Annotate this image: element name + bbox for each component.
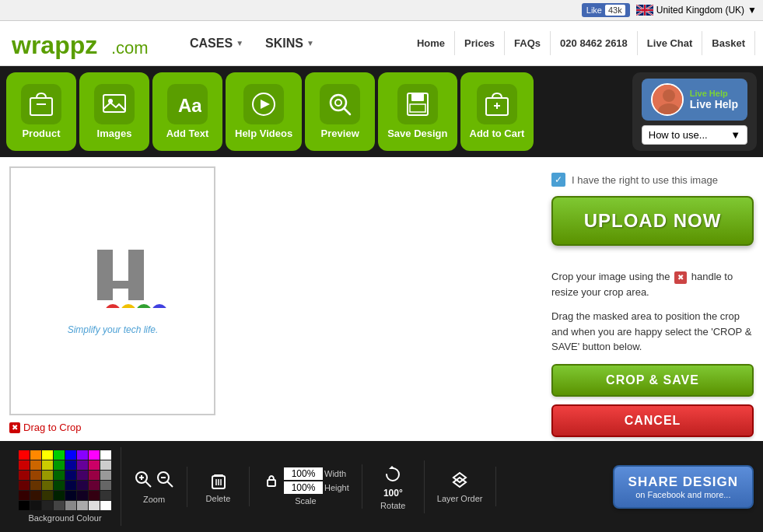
save-design-svg-icon xyxy=(404,90,432,118)
live-chat-link[interactable]: Live Chat xyxy=(638,31,703,55)
colour-cell[interactable] xyxy=(54,471,65,480)
rights-checkbox[interactable]: ✓ xyxy=(551,173,565,187)
site-logo[interactable]: wrappz .com xyxy=(8,24,163,63)
colour-cell[interactable] xyxy=(19,501,30,510)
colour-cell[interactable] xyxy=(54,501,65,510)
preview-tool-btn[interactable]: Preview xyxy=(305,72,375,151)
colour-cell[interactable] xyxy=(89,471,100,480)
colour-cell[interactable] xyxy=(100,471,111,480)
uk-flag-icon xyxy=(636,5,653,16)
cases-nav-item[interactable]: CASES ▼ xyxy=(179,30,254,57)
colour-cell[interactable] xyxy=(100,481,111,490)
colour-cell[interactable] xyxy=(54,450,65,460)
colour-cell[interactable] xyxy=(77,491,88,500)
colour-cell[interactable] xyxy=(65,481,76,490)
live-help-avatar xyxy=(651,83,684,116)
zoom-in-button[interactable] xyxy=(134,470,152,492)
skins-nav-item[interactable]: SKINS ▼ xyxy=(254,30,325,57)
delete-tool[interactable]: Delete xyxy=(187,467,250,506)
rotate-tool[interactable]: 100° Rotate xyxy=(362,460,425,513)
colour-cell[interactable] xyxy=(19,460,30,470)
colour-cell[interactable] xyxy=(65,460,76,470)
layer-order-tool[interactable]: Layer Order xyxy=(425,467,496,506)
colour-cell[interactable] xyxy=(77,471,88,480)
product-tool-btn[interactable]: Product xyxy=(6,72,76,151)
zoom-out-button[interactable] xyxy=(156,470,174,492)
scale-height-input[interactable] xyxy=(284,481,323,494)
colour-cell[interactable] xyxy=(100,450,111,460)
colour-cell[interactable] xyxy=(42,501,53,510)
colour-cell[interactable] xyxy=(65,491,76,500)
colour-cell[interactable] xyxy=(30,481,41,490)
colour-cell[interactable] xyxy=(19,450,30,460)
how-to-arrow-icon: ▼ xyxy=(730,129,740,141)
colour-cell[interactable] xyxy=(42,460,53,470)
crop-instruction-2: Drag the masked area to position the cro… xyxy=(551,309,754,355)
colour-cell[interactable] xyxy=(100,460,111,470)
height-label: Height xyxy=(324,483,349,492)
colour-cell[interactable] xyxy=(30,501,41,510)
colour-cell[interactable] xyxy=(54,481,65,490)
skins-label: SKINS xyxy=(265,37,303,51)
bg-colour-tool[interactable]: Background Colour xyxy=(9,447,121,526)
colour-cell[interactable] xyxy=(42,491,53,500)
colour-cell[interactable] xyxy=(54,460,65,470)
add-to-cart-svg-icon xyxy=(483,90,511,118)
add-text-label: Add Text xyxy=(166,128,209,139)
scale-width-row: Width xyxy=(284,467,349,480)
colour-cell[interactable] xyxy=(19,471,30,480)
how-to-dropdown[interactable]: How to use... ▼ xyxy=(642,125,747,145)
fb-like-box[interactable]: Like 43k xyxy=(582,3,630,17)
cancel-button[interactable]: CANCEL xyxy=(551,404,754,437)
upload-now-button[interactable]: UPLOAD NOW xyxy=(551,196,754,246)
colour-cell[interactable] xyxy=(19,481,30,490)
colour-cell[interactable] xyxy=(65,471,76,480)
add-to-cart-tool-btn[interactable]: Add to Cart xyxy=(460,72,534,151)
colour-cell[interactable] xyxy=(89,491,100,500)
add-text-tool-btn[interactable]: Aa Add Text xyxy=(152,72,222,151)
images-svg-icon xyxy=(100,90,128,118)
colour-cell[interactable] xyxy=(77,450,88,460)
colour-cell[interactable] xyxy=(65,501,76,510)
colour-cell[interactable] xyxy=(77,501,88,510)
colour-cell[interactable] xyxy=(89,460,100,470)
colour-cell[interactable] xyxy=(100,491,111,500)
svg-rect-11 xyxy=(30,98,52,115)
colour-cell[interactable] xyxy=(100,501,111,510)
how-to-label: How to use... xyxy=(649,129,708,141)
colour-cell[interactable] xyxy=(77,460,88,470)
colour-cell[interactable] xyxy=(77,481,88,490)
colour-cell[interactable] xyxy=(30,460,41,470)
colour-cell[interactable] xyxy=(54,491,65,500)
colour-cell[interactable] xyxy=(42,450,53,460)
colour-cell[interactable] xyxy=(30,450,41,460)
live-help-inner[interactable]: Live Help Live Help xyxy=(642,79,747,121)
prices-link[interactable]: Prices xyxy=(455,31,505,55)
colour-cell[interactable] xyxy=(42,471,53,480)
save-design-tool-btn[interactable]: Save Design xyxy=(378,72,457,151)
svg-text:.com: .com xyxy=(111,38,149,58)
canvas-wrapper[interactable]: Simplify your tech life. xyxy=(9,166,215,415)
colour-cell[interactable] xyxy=(42,481,53,490)
colour-cell[interactable] xyxy=(65,450,76,460)
home-link[interactable]: Home xyxy=(408,31,455,55)
colour-grid[interactable] xyxy=(19,450,111,510)
help-videos-tool-btn[interactable]: Help Videos xyxy=(226,72,302,151)
crop-save-button[interactable]: CROP & SAVE xyxy=(551,364,754,397)
save-design-label: Save Design xyxy=(387,128,447,139)
colour-cell[interactable] xyxy=(30,471,41,480)
faqs-link[interactable]: FAQs xyxy=(505,31,551,55)
svg-text:Simplify your tech life.: Simplify your tech life. xyxy=(67,324,158,335)
colour-cell[interactable] xyxy=(89,501,100,510)
uploaded-image-preview xyxy=(51,238,175,308)
colour-cell[interactable] xyxy=(89,481,100,490)
scale-width-input[interactable] xyxy=(284,467,323,480)
colour-cell[interactable] xyxy=(89,450,100,460)
basket-link[interactable]: Basket xyxy=(702,31,755,55)
colour-cell[interactable] xyxy=(19,491,30,500)
share-design-button[interactable]: SHARE DESIGN on Facebook and more... xyxy=(613,465,754,509)
images-tool-btn[interactable]: Images xyxy=(79,72,149,151)
colour-cell[interactable] xyxy=(30,491,41,500)
share-btn-line2: on Facebook and more... xyxy=(628,490,738,499)
region-selector[interactable]: United Kingdom (UK) ▼ xyxy=(636,5,757,16)
